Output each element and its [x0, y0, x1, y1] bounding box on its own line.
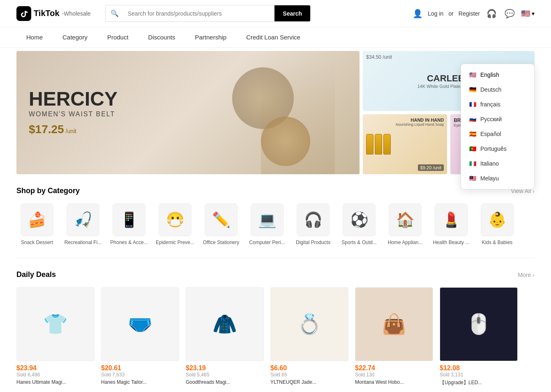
language-button[interactable]: 🇺🇸 ▾ — [521, 9, 535, 18]
hero-side-bottom-left[interactable]: HAND IN HAND Nourishing Liquid Hand Soap… — [363, 114, 447, 174]
category-item-1[interactable]: 🎣 Recreational Fi... — [62, 203, 104, 245]
lang-option-melayu[interactable]: 🇲🇾Melayu — [461, 171, 534, 186]
deal-price-4: $22.74 — [355, 364, 433, 372]
lang-option-русский[interactable]: 🇷🇺Русский — [461, 112, 534, 127]
category-item-5[interactable]: 💻 Computer Peri... — [247, 203, 288, 245]
lang-flag-2: 🇫🇷 — [469, 101, 476, 108]
categories-title: Shop by Category — [16, 187, 80, 195]
category-icon-5: 💻 — [251, 203, 284, 236]
deal-sold-1: Sold 7,633 — [101, 372, 179, 378]
category-label-1: Recreational Fi... — [65, 240, 102, 245]
hero-price-container: $17.25 /unit — [29, 123, 118, 136]
hero-side-top-price: $34.50 /unit — [366, 54, 392, 60]
daily-deals-header: Daily Deals More › — [16, 270, 535, 279]
daily-deals-section: Daily Deals More › 👕 $23.94 Sold 6,496 H… — [0, 258, 551, 392]
deal-name-3: YLTNEUQER Jade... — [270, 379, 348, 385]
nav: Home Category Product Discounts Partners… — [0, 27, 551, 48]
search-input[interactable] — [122, 5, 274, 21]
category-label-7: Sports & Outd... — [341, 240, 376, 245]
deal-card-0[interactable]: 👕 $23.94 Sold 6,496 Hanes Ultimate Magi.… — [16, 287, 95, 386]
lang-label-7: Melayu — [480, 175, 499, 182]
deal-name-5: 【Upgrade】LED... — [440, 379, 518, 386]
category-label-10: Kids & Babies — [482, 240, 513, 245]
search-bar: 🔍 Search — [105, 5, 311, 22]
lang-option-english[interactable]: 🇺🇸English — [461, 67, 534, 82]
daily-deals-title: Daily Deals — [16, 270, 56, 279]
category-item-4[interactable]: ✏️ Office Stationery — [201, 203, 242, 245]
lang-option-español[interactable]: 🇪🇸Español — [461, 127, 534, 141]
view-more-deals[interactable]: More › — [518, 272, 535, 278]
lang-option-français[interactable]: 🇫🇷français — [461, 97, 534, 112]
category-icon-8: 🏠 — [389, 203, 422, 236]
deal-card-2[interactable]: 🧥 $23.19 Sold 5,465 Goodthreads Magi... — [186, 287, 264, 386]
lang-label-6: Italiano — [480, 160, 499, 167]
nav-item-credit[interactable]: Credit Loan Service — [236, 27, 310, 47]
category-icon-10: 👶 — [481, 203, 514, 236]
language-dropdown: 🇺🇸English🇩🇪Deutsch🇫🇷français🇷🇺Русский🇪🇸E… — [461, 64, 535, 189]
deal-sold-4: Sold 130 — [355, 372, 433, 378]
register-link[interactable]: Register — [459, 10, 480, 17]
hero-main-banner[interactable]: HERCICY WOMEN'S WAIST BELT $17.25 /unit — [16, 51, 360, 174]
header-actions: 👤 Log in or Register 🎧 💬 🇺🇸 ▾ — [413, 7, 535, 20]
category-item-10[interactable]: 👶 Kids & Babies — [477, 203, 518, 245]
soap-bottles — [366, 134, 391, 154]
deal-sold-3: Sold 65 — [270, 372, 348, 378]
deal-name-1: Hanes Magic Tailor... — [101, 379, 179, 385]
lang-flag-4: 🇪🇸 — [469, 131, 476, 137]
category-icon-3: 😷 — [159, 203, 191, 236]
deal-sold-5: Sold 3,131 — [440, 372, 518, 378]
hero-sub: WOMEN'S WAIST BELT — [29, 111, 118, 118]
lang-flag-7: 🇲🇾 — [469, 175, 476, 182]
lang-option-italiano[interactable]: 🇮🇹Italiano — [461, 156, 534, 171]
lang-label-0: English — [480, 71, 499, 78]
lang-option-português[interactable]: 🇵🇹Português — [461, 141, 534, 156]
lang-flag-5: 🇵🇹 — [469, 145, 476, 152]
category-item-3[interactable]: 😷 Epidemic Preve... — [154, 203, 196, 245]
deal-name-4: Montana West Hobo... — [355, 379, 433, 385]
deal-sold-0: Sold 6,496 — [16, 372, 95, 378]
login-link[interactable]: Log in — [428, 10, 443, 17]
nav-item-home[interactable]: Home — [16, 27, 53, 47]
deal-price-1: $20.61 — [101, 364, 179, 372]
lang-flag-0: 🇺🇸 — [469, 71, 476, 78]
deal-card-3[interactable]: 💍 $6.60 Sold 65 YLTNEUQER Jade... — [270, 287, 348, 386]
lang-label-4: Español — [480, 131, 501, 137]
deal-sold-2: Sold 5,465 — [186, 372, 264, 378]
deal-card-1[interactable]: 🩲 $20.61 Sold 7,633 Hanes Magic Tailor..… — [101, 287, 179, 386]
lang-arrow: ▾ — [532, 10, 535, 17]
search-button[interactable]: Search — [274, 5, 310, 21]
lang-option-deutsch[interactable]: 🇩🇪Deutsch — [461, 82, 534, 97]
deal-name-0: Hanes Ultimate Magi... — [16, 379, 95, 385]
nav-item-category[interactable]: Category — [53, 27, 97, 47]
deals-grid: 👕 $23.94 Sold 6,496 Hanes Ultimate Magi.… — [16, 287, 535, 386]
category-label-5: Computer Peri... — [249, 240, 285, 245]
nav-item-partnership[interactable]: Partnership — [185, 27, 236, 47]
category-item-8[interactable]: 🏠 Home Applian... — [385, 203, 426, 245]
deal-image-4: 👜 — [355, 287, 433, 361]
deal-image-2: 🧥 — [186, 287, 264, 361]
deal-card-4[interactable]: 👜 $22.74 Sold 130 Montana West Hobo... — [355, 287, 433, 386]
category-icon-0: 🍰 — [21, 203, 53, 236]
header: TikTok -Wholesale 🔍 Search 👤 Log in or R… — [0, 0, 551, 27]
chat-icon[interactable]: 💬 — [503, 7, 516, 20]
category-item-2[interactable]: 📱 Phones & Acce... — [108, 203, 150, 245]
category-item-9[interactable]: 💄 Health Beauty ... — [431, 203, 472, 245]
nav-item-discounts[interactable]: Discounts — [138, 27, 185, 47]
deal-card-5[interactable]: 🖱️ $12.08 Sold 3,131 【Upgrade】LED... — [440, 287, 518, 386]
category-item-7[interactable]: ⚽ Sports & Outd... — [339, 203, 380, 245]
flag-icon: 🇺🇸 — [521, 9, 530, 18]
category-label-8: Home Applian... — [388, 240, 423, 245]
category-label-2: Phones & Acce... — [110, 240, 148, 245]
categories-grid: 🍰 Snack Dessert 🎣 Recreational Fi... 📱 P… — [16, 203, 535, 245]
headphone-icon[interactable]: 🎧 — [485, 7, 498, 20]
category-item-0[interactable]: 🍰 Snack Dessert — [16, 203, 58, 245]
hero-price: $17.25 — [29, 123, 64, 136]
category-icon-4: ✏️ — [205, 203, 237, 236]
category-item-6[interactable]: 🎧 Digital Products — [293, 203, 334, 245]
category-label-9: Health Beauty ... — [433, 240, 470, 245]
categories-header: Shop by Category View All › — [16, 187, 535, 195]
deal-price-3: $6.60 — [270, 364, 348, 372]
deal-price-5: $12.08 — [440, 364, 518, 372]
nav-item-product[interactable]: Product — [97, 27, 138, 47]
lang-label-2: français — [480, 101, 500, 108]
